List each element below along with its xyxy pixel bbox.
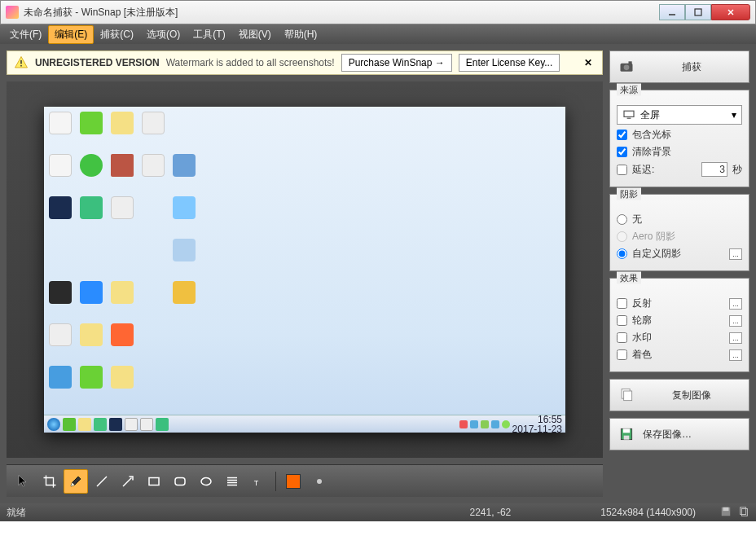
desktop-icon	[80, 196, 103, 219]
desktop-icon	[80, 112, 103, 134]
colorize-edit-button[interactable]: ...	[729, 349, 742, 361]
contour-checkbox[interactable]	[617, 315, 627, 326]
menu-tools[interactable]: 工具(T)	[187, 25, 231, 44]
status-coords: 2241, -62	[470, 507, 512, 518]
clear-background-label: 清除背景	[632, 145, 671, 159]
desktop-icon	[111, 281, 134, 304]
screenshot-preview: 16:552017-11-23	[44, 107, 565, 433]
close-button[interactable]	[711, 4, 750, 20]
copy-image-label: 复制图像	[643, 389, 741, 402]
unregistered-message: Watermark is added to all screenshots!	[166, 57, 335, 68]
minimize-button[interactable]	[659, 4, 685, 20]
watermark-checkbox[interactable]	[617, 332, 627, 343]
capture-button[interactable]: 捕获	[609, 51, 749, 83]
svg-rect-24	[623, 428, 630, 433]
svg-point-17	[624, 65, 630, 71]
copy-image-button[interactable]: 复制图像	[609, 379, 749, 411]
watermark-label: 水印	[632, 331, 652, 345]
tool-arrow[interactable]	[116, 469, 140, 494]
save-icon	[618, 426, 635, 442]
right-panel: 捕获 来源 全屏 ▾ 包含光标 清除背景 延迟: 秒	[609, 44, 756, 503]
tool-rectangle[interactable]	[142, 469, 166, 494]
save-image-button[interactable]: 保存图像…	[609, 418, 749, 450]
maximize-button[interactable]	[685, 4, 711, 20]
preview-canvas[interactable]: 16:552017-11-23	[7, 81, 603, 458]
drawing-toolbar: T	[7, 464, 603, 497]
purchase-button[interactable]: Purchase WinSnap →	[341, 54, 452, 72]
desktop-icon	[173, 196, 196, 219]
window-title: 未命名捕获 - WinSnap [未注册版本]	[24, 6, 659, 20]
effects-group: 效果 反射 ... 轮廓 ... 水印 ... 着色 ...	[609, 278, 749, 372]
svg-rect-8	[149, 477, 159, 485]
contour-label: 轮廓	[632, 314, 652, 327]
watermark-edit-button[interactable]: ...	[729, 332, 742, 344]
camera-icon	[618, 59, 635, 75]
desktop-icon	[111, 154, 134, 177]
menu-options[interactable]: 选项(O)	[140, 25, 187, 44]
reflection-label: 反射	[632, 297, 652, 310]
svg-rect-22	[624, 391, 632, 401]
shadow-custom-radio[interactable]	[617, 248, 627, 259]
tool-ellipse[interactable]	[194, 469, 218, 494]
svg-point-10	[201, 477, 211, 485]
tool-color[interactable]	[281, 469, 305, 494]
colorize-checkbox[interactable]	[617, 349, 627, 360]
tool-pen[interactable]	[64, 469, 88, 494]
desktop-icon	[111, 366, 134, 389]
desktop-icon	[49, 323, 72, 346]
svg-rect-20	[627, 118, 631, 119]
shadow-none-radio[interactable]	[617, 214, 627, 225]
statusbar: 就绪 2241, -62 1524x984 (1440x900)	[0, 503, 756, 521]
source-mode-dropdown[interactable]: 全屏 ▾	[617, 105, 742, 125]
desktop-icon	[173, 239, 196, 261]
source-mode-value: 全屏	[640, 108, 660, 122]
include-cursor-label: 包含光标	[632, 128, 671, 142]
desktop-icon	[49, 281, 72, 304]
tool-size[interactable]	[307, 469, 332, 494]
menu-view[interactable]: 视图(V)	[232, 25, 278, 44]
warning-icon	[14, 55, 29, 70]
reflection-checkbox[interactable]	[617, 298, 627, 309]
unregistered-banner: UNREGISTERED VERSION Watermark is added …	[7, 51, 603, 75]
menu-file[interactable]: 文件(F)	[3, 25, 48, 44]
shadow-none-label: 无	[632, 213, 642, 226]
clear-background-checkbox[interactable]	[617, 147, 627, 157]
include-cursor-checkbox[interactable]	[617, 130, 627, 140]
status-save-icon[interactable]	[720, 506, 732, 520]
delay-unit: 秒	[732, 163, 742, 177]
desktop-icon	[49, 112, 72, 134]
desktop-icon	[80, 281, 103, 304]
tool-text[interactable]: T	[246, 469, 270, 494]
menu-edit[interactable]: 编辑(E)	[48, 25, 94, 44]
svg-rect-19	[624, 111, 634, 116]
delay-label: 延迟:	[632, 163, 654, 177]
colorize-label: 着色	[632, 348, 652, 362]
svg-text:T: T	[254, 479, 259, 487]
shadow-custom-edit-button[interactable]: ...	[729, 248, 742, 260]
monitor-icon	[622, 110, 635, 120]
delay-checkbox[interactable]	[617, 165, 627, 175]
menu-help[interactable]: 帮助(H)	[278, 25, 324, 44]
shadow-aero-radio	[617, 231, 627, 242]
tool-line[interactable]	[90, 469, 114, 494]
status-dimensions: 1524x984 (1440x900)	[600, 507, 696, 518]
menu-capture[interactable]: 捕获(C)	[94, 25, 140, 44]
svg-rect-18	[629, 61, 632, 64]
enter-license-button[interactable]: Enter License Key...	[459, 54, 560, 72]
delay-input[interactable]	[701, 162, 727, 177]
source-group: 来源 全屏 ▾ 包含光标 清除背景 延迟: 秒	[609, 90, 749, 187]
contour-edit-button[interactable]: ...	[729, 315, 742, 327]
status-copy-icon[interactable]	[738, 506, 749, 520]
desktop-icon	[173, 281, 196, 304]
tool-blur[interactable]	[220, 469, 244, 494]
tool-pointer[interactable]	[11, 469, 36, 494]
source-group-title: 来源	[617, 84, 641, 96]
desktop-icon	[111, 196, 134, 219]
banner-close-button[interactable]: ✕	[581, 57, 596, 68]
reflection-edit-button[interactable]: ...	[729, 298, 742, 310]
desktop-icon	[80, 366, 103, 389]
copy-icon	[618, 387, 635, 403]
tool-rounded-rectangle[interactable]	[168, 469, 192, 494]
desktop-icon	[111, 112, 134, 134]
tool-crop[interactable]	[37, 469, 62, 494]
